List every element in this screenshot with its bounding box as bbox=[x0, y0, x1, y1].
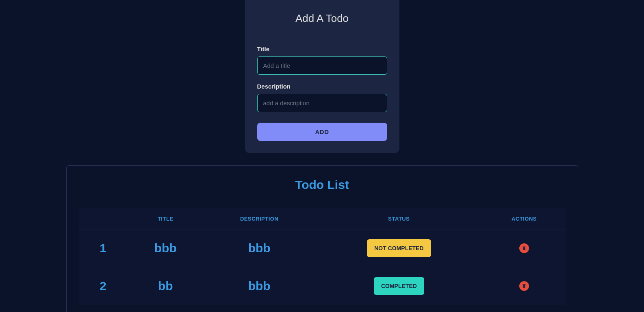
add-todo-card: Add A Todo Title Description ADD bbox=[245, 0, 399, 153]
column-index bbox=[79, 208, 128, 230]
list-divider bbox=[79, 200, 566, 200]
description-form-group: Description bbox=[257, 83, 387, 112]
todo-table: TITLE DESCRIPTION STATUS ACTIONS 1bbbbbb… bbox=[79, 208, 566, 305]
description-label: Description bbox=[257, 83, 387, 90]
column-title: TITLE bbox=[128, 208, 204, 230]
row-status: NOT COMPLETED bbox=[315, 230, 483, 267]
row-actions bbox=[483, 267, 566, 305]
trash-icon bbox=[522, 246, 527, 251]
row-title: bbb bbox=[128, 230, 204, 267]
delete-button[interactable] bbox=[519, 281, 529, 291]
description-input[interactable] bbox=[257, 94, 387, 112]
status-not-completed-badge[interactable]: NOT COMPLETED bbox=[367, 239, 431, 257]
todo-list-container: Todo List TITLE DESCRIPTION STATUS ACTIO… bbox=[66, 165, 578, 312]
divider bbox=[257, 33, 387, 33]
delete-button[interactable] bbox=[519, 243, 529, 253]
table-row: 1bbbbbbNOT COMPLETED bbox=[79, 230, 566, 267]
todo-list-title: Todo List bbox=[79, 178, 566, 192]
row-description: bbb bbox=[204, 230, 315, 267]
row-actions bbox=[483, 230, 566, 267]
title-input[interactable] bbox=[257, 56, 387, 75]
add-button[interactable]: ADD bbox=[257, 123, 387, 141]
title-form-group: Title bbox=[257, 46, 387, 75]
column-status: STATUS bbox=[315, 208, 483, 230]
row-title: bb bbox=[128, 267, 204, 305]
column-description: DESCRIPTION bbox=[204, 208, 315, 230]
row-index: 2 bbox=[79, 267, 128, 305]
title-label: Title bbox=[257, 46, 387, 52]
row-status: COMPLETED bbox=[315, 267, 483, 305]
table-row: 2bbbbbCOMPLETED bbox=[79, 267, 566, 305]
row-description: bbb bbox=[204, 267, 315, 305]
row-index: 1 bbox=[79, 230, 128, 267]
trash-icon bbox=[522, 284, 527, 288]
status-completed-badge[interactable]: COMPLETED bbox=[374, 277, 424, 295]
column-actions: ACTIONS bbox=[483, 208, 566, 230]
add-todo-title: Add A Todo bbox=[257, 12, 387, 25]
